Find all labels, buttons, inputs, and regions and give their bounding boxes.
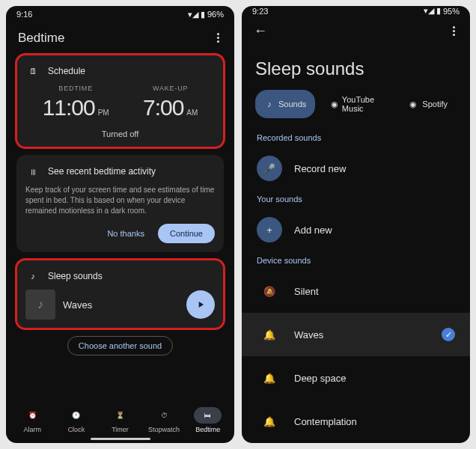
play-icon [195,299,206,310]
bell-icon: 🔔 [257,322,282,347]
sleep-sounds-card[interactable]: ♪ Sleep sounds ♪ Waves [16,260,224,329]
bedtime-block[interactable]: BEDTIME 11:00 PM [43,85,109,120]
activity-card: ⫼ See recent bedtime activity Keep track… [16,155,224,252]
checkmark-icon: ✓ [442,328,455,341]
activity-icon: ⫼ [25,164,40,179]
schedule-heading: Schedule [48,66,85,76]
bedtime-time: 11:00 [43,95,95,120]
content: 🗓 Schedule BEDTIME 11:00 PM WAKE-UP 7:00… [6,50,234,401]
calendar-icon: 🗓 [25,64,40,79]
sound-item-waves[interactable]: 🔔 Waves ✓ [242,313,470,356]
sound-item-contemplation[interactable]: 🔔 Contemplation [242,400,470,443]
spotify-icon: ◉ [408,99,418,109]
play-button[interactable] [186,290,215,319]
status-bar: 9:23 ▾◢ ▮ 95% [242,6,470,16]
bell-icon: 🔔 [257,365,282,391]
chip-youtube-music[interactable]: ◉YouTube Music [321,90,393,118]
activity-heading: See recent bedtime activity [48,166,156,177]
bedtime-label: BEDTIME [43,85,109,92]
more-icon[interactable] [450,23,458,39]
tab-stopwatch[interactable]: ⏱Stopwatch [142,407,186,433]
your-sounds-label: Your sounds [242,190,470,208]
tab-clock[interactable]: 🕐Clock [55,407,99,433]
bedtime-ampm: PM [98,109,109,117]
page-title: Sleep sounds [242,46,470,90]
status-right: ▾◢ ▮ 96% [188,10,224,19]
sound-thumbnail: ♪ [25,290,55,320]
wakeup-label: WAKE-UP [143,85,198,92]
tab-timer[interactable]: ⏳Timer [98,407,142,433]
tab-bar: ⏰Alarm 🕐Clock ⏳Timer ⏱Stopwatch 🛏Bedtime [6,401,234,436]
sound-item-silent[interactable]: 🔕 Silent [242,269,470,313]
sound-item-deep-space[interactable]: 🔔 Deep space [242,356,470,400]
chip-spotify[interactable]: ◉Spotify [399,90,457,118]
phone-bedtime: 9:16 ▾◢ ▮ 96% Bedtime 🗓 Schedule BEDTIME… [6,6,234,443]
battery-icon: ▮ [436,6,441,16]
schedule-status: Turned off [25,129,215,138]
recorded-sounds-label: Recorded sounds [242,129,470,147]
battery-pct: 95% [443,7,460,16]
device-sounds-label: Device sounds [242,251,470,269]
current-sound: Waves [63,299,179,311]
more-icon[interactable] [214,30,222,46]
youtube-icon: ◉ [330,99,338,109]
sounds-icon: ♪ [264,99,275,109]
bell-off-icon: 🔕 [257,278,282,304]
mic-icon: 🎤 [257,156,282,181]
record-new-item[interactable]: 🎤 Record new [242,147,470,190]
clock-icon: 🕐 [72,407,80,424]
wakeup-block[interactable]: WAKE-UP 7:00 AM [143,85,198,120]
wifi-icon: ▾◢ [188,10,198,19]
status-time: 9:23 [252,7,268,16]
sounds-heading: Sleep sounds [48,271,103,281]
wakeup-time: 7:00 [143,95,183,120]
battery-pct: 96% [207,10,224,19]
bell-icon: 🔔 [257,409,282,434]
activity-desc: Keep track of your screen time and see e… [25,185,215,216]
wifi-icon: ▾◢ [424,6,434,16]
stopwatch-icon: ⏱ [161,407,168,424]
timer-icon: ⏳ [116,407,124,424]
alarm-icon: ⏰ [28,407,37,424]
no-thanks-button[interactable]: No thanks [101,224,150,242]
page-title: Bedtime [18,31,64,46]
wakeup-ampm: AM [186,109,198,117]
status-bar: 9:16 ▾◢ ▮ 96% [6,6,234,22]
tab-bedtime[interactable]: 🛏Bedtime [186,407,230,433]
back-button[interactable]: ← [254,23,267,39]
phone-sleep-sounds: 9:23 ▾◢ ▮ 95% ← Sleep sounds ♪Sounds ◉Yo… [242,6,470,443]
battery-icon: ▮ [201,10,205,19]
status-right: ▾◢ ▮ 95% [424,6,460,16]
source-chips: ♪Sounds ◉YouTube Music ◉Spotify [242,90,470,129]
schedule-card[interactable]: 🗓 Schedule BEDTIME 11:00 PM WAKE-UP 7:00… [16,55,224,147]
bed-icon: 🛏 [194,407,222,424]
chip-sounds[interactable]: ♪Sounds [255,90,315,118]
tab-alarm[interactable]: ⏰Alarm [10,407,55,433]
header: ← [242,16,470,46]
plus-icon: + [257,217,282,242]
music-icon: ♪ [25,269,40,284]
add-new-item[interactable]: + Add new [242,208,470,251]
home-indicator[interactable] [91,438,150,440]
status-time: 9:16 [16,10,32,19]
choose-another-sound-button[interactable]: Choose another sound [67,336,173,355]
continue-button[interactable]: Continue [158,224,215,243]
header: Bedtime [6,22,234,50]
